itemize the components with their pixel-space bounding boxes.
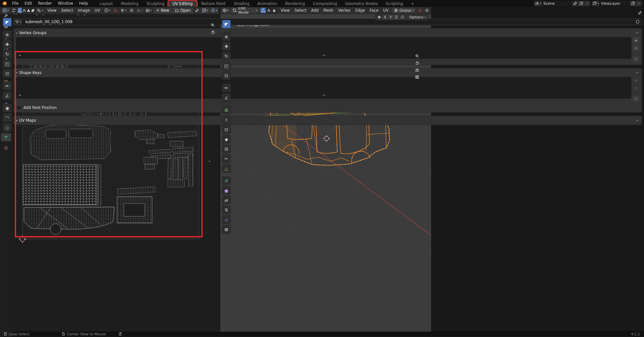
- copy-icon[interactable]: [630, 1, 636, 6]
- topbar-menu-window[interactable]: Window: [55, 0, 76, 7]
- move-tool[interactable]: ✚: [222, 42, 231, 51]
- uv-island-mode-button[interactable]: [31, 8, 35, 13]
- tab-modeling[interactable]: Modeling: [117, 1, 142, 7]
- hand-icon[interactable]: [415, 61, 419, 65]
- shield-icon[interactable]: [634, 20, 642, 24]
- viewport-editor-type-button[interactable]: ▾: [221, 8, 230, 13]
- add-vertex-group-button[interactable]: +: [633, 37, 639, 44]
- measure-tool[interactable]: ∠: [222, 93, 231, 102]
- annotate-tool[interactable]: ✏: [3, 81, 12, 90]
- uv-menu-view[interactable]: View: [45, 8, 59, 13]
- rotate-tool[interactable]: ↻: [222, 52, 231, 60]
- uv-sticky-dropdown[interactable]: ▾: [36, 8, 44, 13]
- blender-logo-icon[interactable]: [0, 1, 9, 6]
- rotate-tool[interactable]: ↻: [3, 50, 12, 58]
- orientation-dropdown[interactable]: Global▾: [392, 8, 416, 13]
- uv-vertex-mode-button[interactable]: [18, 8, 22, 13]
- uv-maps-header[interactable]: ▾UV Maps: [16, 117, 639, 123]
- rip-tool[interactable]: ⊠: [222, 225, 231, 234]
- camera-view-icon[interactable]: [415, 68, 419, 72]
- grab-tool[interactable]: ◉: [3, 104, 12, 112]
- viewport-menu-mesh[interactable]: Mesh: [321, 8, 336, 13]
- loop-cut-tool[interactable]: ⊟: [222, 145, 231, 153]
- tab-shading[interactable]: Shading: [230, 1, 253, 7]
- uv-pin-button[interactable]: [194, 8, 200, 13]
- close-icon[interactable]: [584, 1, 590, 6]
- tweak-tool[interactable]: ◤: [222, 20, 231, 29]
- vertex-groups-header[interactable]: ▾Vertex Groups: [16, 30, 639, 36]
- scene-name[interactable]: Scene: [543, 1, 555, 6]
- scene-selector[interactable]: ▾ Scene: [534, 1, 590, 6]
- tab-scripting[interactable]: Scripting: [382, 1, 407, 7]
- zoom-icon[interactable]: [415, 54, 419, 58]
- mirror-axis-z[interactable]: Z: [394, 15, 399, 19]
- viewport-menu-edge[interactable]: Edge: [353, 8, 367, 13]
- tab-uv-editing[interactable]: UV Editing: [168, 1, 197, 7]
- measure-tool[interactable]: ∠: [3, 91, 12, 100]
- grip-icon[interactable]: [635, 31, 639, 35]
- cursor-tool[interactable]: ⊕: [222, 32, 231, 41]
- scale-tool[interactable]: ◰: [3, 59, 12, 68]
- viewport-menu-add[interactable]: Add: [309, 8, 321, 13]
- spin-tool[interactable]: ↺: [222, 176, 231, 185]
- properties-tab-data[interactable]: [1, 133, 11, 141]
- poly-build-tool[interactable]: △: [222, 164, 231, 173]
- options-button[interactable]: Options: [409, 15, 424, 19]
- face-select-button[interactable]: [272, 8, 278, 13]
- smooth-tool[interactable]: ●: [222, 186, 231, 195]
- mirror-axis-x[interactable]: X: [383, 15, 388, 19]
- grip-icon[interactable]: [322, 93, 326, 97]
- grip-icon[interactable]: [635, 118, 639, 122]
- cursor-tool[interactable]: ⊕: [3, 30, 12, 39]
- close-icon[interactable]: [636, 1, 642, 6]
- relax-tool[interactable]: ◠: [3, 113, 12, 122]
- tab-add-workspace[interactable]: +: [407, 1, 418, 7]
- viewport-menu-view[interactable]: View: [278, 8, 292, 13]
- uv-display-dropdown[interactable]: ▾: [201, 8, 209, 13]
- shape-keys-list[interactable]: [16, 77, 631, 99]
- grip-icon[interactable]: [322, 53, 326, 57]
- mesh-data-icon[interactable]: [15, 20, 19, 24]
- open-image-button[interactable]: Open: [172, 8, 193, 13]
- resize-triangle-icon[interactable]: [18, 93, 22, 97]
- tab-animation[interactable]: Animation: [253, 1, 281, 7]
- uv-editor-type-button[interactable]: ▾: [2, 8, 10, 13]
- viewport-menu-uv[interactable]: UV: [381, 8, 391, 13]
- resize-triangle-icon[interactable]: [18, 53, 22, 57]
- pinch-tool[interactable]: ◇: [3, 123, 12, 132]
- topbar-menu-edit[interactable]: Edit: [21, 0, 35, 7]
- mode-dropdown[interactable]: Edit Mode▾: [231, 8, 259, 13]
- tab-sculpting[interactable]: Sculpting: [142, 1, 168, 7]
- uv-image-dropdown[interactable]: ▾: [145, 8, 153, 13]
- hand-icon[interactable]: [211, 30, 215, 34]
- uv-sync-toggle[interactable]: [11, 8, 17, 13]
- tab-compositing[interactable]: Compositing: [309, 1, 341, 7]
- add-cube-tool[interactable]: ⊞: [222, 106, 231, 114]
- add-rest-position-checkbox[interactable]: [17, 106, 21, 110]
- add-shape-key-button[interactable]: +: [633, 77, 639, 83]
- vertex-groups-list[interactable]: [16, 37, 631, 59]
- uv-face-mode-button[interactable]: [27, 8, 31, 13]
- tab-rendering[interactable]: Rendering: [281, 1, 309, 7]
- remove-shape-key-button[interactable]: −: [633, 85, 639, 91]
- transform-tool[interactable]: ⊡: [3, 69, 12, 78]
- extrude-tool[interactable]: ⇧: [222, 115, 231, 124]
- move-tool[interactable]: ✚: [3, 40, 12, 49]
- viewport-menu-face[interactable]: Face: [367, 8, 381, 13]
- scale-tool[interactable]: ◰: [222, 61, 231, 70]
- tweak-tool[interactable]: ◤: [3, 18, 12, 26]
- vertex-group-specials-button[interactable]: ▾: [633, 56, 639, 62]
- shrink-fatten-tool[interactable]: ⇅: [222, 206, 231, 214]
- pin-icon[interactable]: [638, 11, 642, 15]
- knife-tool[interactable]: ✂: [222, 154, 231, 163]
- shape-keys-header[interactable]: ▾Shape Keys: [16, 70, 639, 76]
- mesh-name-input[interactable]: [23, 19, 634, 24]
- scene-icon[interactable]: [534, 1, 540, 6]
- uv-pivot-dropdown[interactable]: ▾: [103, 8, 111, 13]
- viewlayer-selector[interactable]: ▾ ViewLayer: [592, 1, 642, 6]
- vertex-select-button[interactable]: [260, 8, 266, 13]
- tab-layout[interactable]: Layout: [96, 1, 117, 7]
- uv-menu-uv[interactable]: UV: [92, 8, 102, 13]
- viewlayer-name[interactable]: ViewLayer: [601, 1, 620, 6]
- inset-tool[interactable]: ⊡: [222, 125, 231, 134]
